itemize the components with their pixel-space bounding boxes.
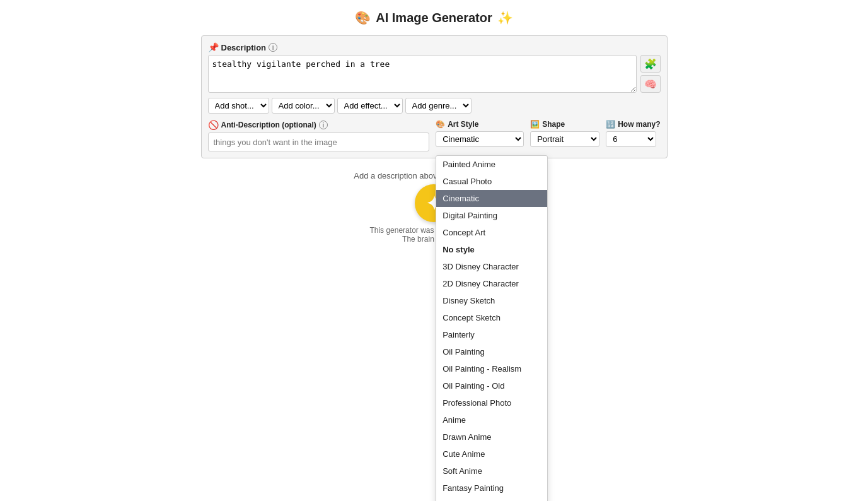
art-style-option[interactable]: Cinematic [436, 190, 547, 207]
art-style-dropdown-overlay: Painted AnimeCasual PhotoCinematicDigita… [436, 155, 548, 501]
options-row: 🚫 Anti-Description (optional) i 🎨 Art St… [208, 120, 661, 151]
art-style-option[interactable]: Professional Photo [436, 394, 547, 411]
description-label-text: Description [221, 43, 267, 52]
pin-icon: 📌 [208, 42, 219, 52]
art-style-option[interactable]: Casual Photo [436, 173, 547, 190]
art-style-option[interactable]: No style [436, 241, 547, 258]
art-style-option[interactable]: Oil Painting - Realism [436, 360, 547, 377]
anti-desc-label-text: Anti-Description (optional) [221, 121, 316, 129]
art-style-option[interactable]: Concept Sketch [436, 309, 547, 326]
page-wrapper: 🎨 AI Image Generator ✨ 📌 Description i s… [0, 0, 868, 501]
add-color-select[interactable]: Add color... [272, 98, 335, 114]
add-genre-select[interactable]: Add genre... [405, 98, 472, 114]
art-style-select[interactable]: Painted AnimeCasual PhotoCinematicDigita… [436, 131, 524, 147]
art-style-option[interactable]: Digital Painting [436, 207, 547, 224]
howmany-label-text: How many? [618, 120, 660, 129]
add-effect-select[interactable]: Add effect... [337, 98, 403, 114]
art-style-scroll-area[interactable]: Painted AnimeCasual PhotoCinematicDigita… [436, 156, 547, 501]
art-style-option[interactable]: Painted Anime [436, 156, 547, 173]
art-style-option[interactable]: Concept Art [436, 224, 547, 241]
description-row: stealthy vigilante perched in a tree 🧩 🧠 [208, 55, 661, 93]
description-input[interactable]: stealthy vigilante perched in a tree [208, 55, 637, 93]
art-style-option[interactable]: Painterly [436, 326, 547, 343]
quick-dropdowns-row: Add shot... Add color... Add effect... A… [208, 98, 661, 114]
art-style-option[interactable]: Cute Anime [436, 445, 547, 463]
shape-block: 🖼️ Shape PortraitLandscapeSquare [530, 120, 599, 147]
shape-label: 🖼️ Shape [530, 120, 599, 129]
howmany-icon: 🔢 [606, 120, 615, 129]
art-style-label: 🎨 Art Style [436, 120, 524, 129]
anti-desc-info-icon[interactable]: i [319, 121, 328, 129]
desc-buttons: 🧩 🧠 [640, 55, 661, 93]
main-panel: 📌 Description i stealthy vigilante perch… [201, 35, 668, 158]
anti-desc-input[interactable] [208, 133, 430, 151]
no-icon: 🚫 [208, 120, 219, 130]
anti-desc-label: 🚫 Anti-Description (optional) i [208, 120, 430, 130]
title-text: AI Image Generator [376, 11, 492, 25]
howmany-select[interactable]: 123456810 [606, 131, 656, 147]
add-shot-select[interactable]: Add shot... [208, 98, 269, 114]
art-style-option[interactable]: Oil Painting - Old [436, 377, 547, 394]
art-style-option[interactable]: Drawn Anime [436, 428, 547, 445]
howmany-label: 🔢 How many? [606, 120, 660, 129]
shape-icon: 🖼️ [530, 120, 540, 129]
title-icon: 🎨 [355, 10, 371, 25]
art-style-block: 🎨 Art Style Painted AnimeCasual PhotoCin… [436, 120, 524, 147]
brain-button[interactable]: 🧠 [640, 75, 661, 93]
art-style-palette-icon: 🎨 [436, 120, 445, 129]
shape-label-text: Shape [542, 120, 565, 129]
art-style-option[interactable]: Oil Painting [436, 343, 547, 360]
art-style-label-text: Art Style [448, 120, 478, 129]
art-style-option[interactable]: 3D Disney Character [436, 258, 547, 275]
title-sparkle: ✨ [497, 10, 513, 25]
art-style-option[interactable]: Disney Sketch [436, 292, 547, 309]
puzzle-button[interactable]: 🧩 [640, 55, 661, 73]
howmany-block: 🔢 How many? 123456810 [606, 120, 660, 147]
description-info-icon[interactable]: i [269, 43, 277, 52]
art-style-option[interactable]: Fantasy Painting [436, 480, 547, 497]
art-style-option[interactable]: Anime [436, 411, 547, 428]
art-style-option[interactable]: Soft Anime [436, 463, 547, 480]
shape-select[interactable]: PortraitLandscapeSquare [530, 131, 599, 147]
art-style-option[interactable]: 2D Disney Character [436, 275, 547, 292]
art-style-option[interactable]: Fantasy Landscape [436, 497, 547, 501]
page-title: 🎨 AI Image Generator ✨ [355, 10, 513, 25]
description-label: 📌 Description i [208, 42, 661, 52]
anti-desc-block: 🚫 Anti-Description (optional) i [208, 120, 430, 151]
